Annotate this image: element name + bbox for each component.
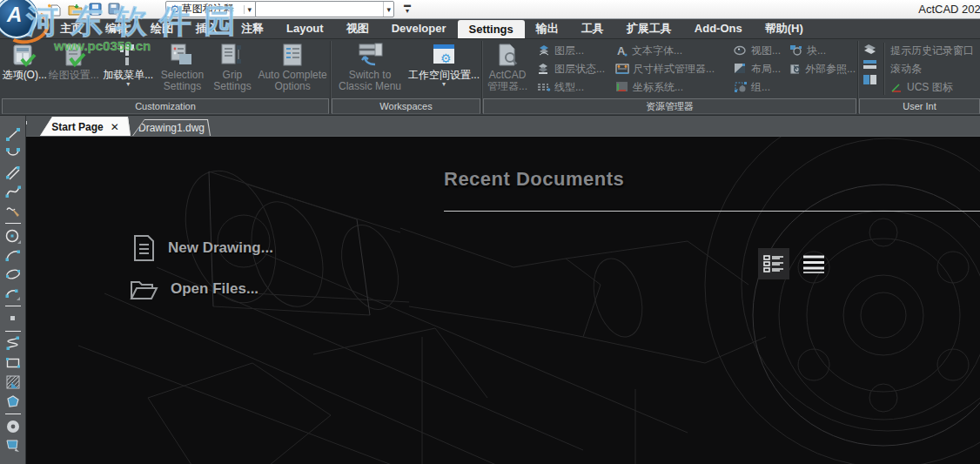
heading-rule	[444, 211, 980, 212]
doc-tab-start-page[interactable]: Start Page ✕	[40, 116, 131, 136]
panel-icon[interactable]	[863, 74, 877, 85]
ribbon-item-coordinate-system[interactable]: 坐标系统...	[615, 78, 728, 96]
grip-settings-icon	[218, 41, 246, 69]
ribbon-group-user-interface: 提示历史记录窗口 滚动条 UCS 图标 User Int	[859, 39, 980, 115]
ribbon-item-ucs-icon[interactable]: UCS 图标	[890, 78, 980, 96]
chevron-down-icon: ▾	[442, 82, 446, 87]
document-icon	[132, 234, 156, 262]
tab-layout[interactable]: Layout	[275, 22, 335, 35]
command-combobox[interactable]: ▾	[255, 1, 394, 17]
detail-view-button[interactable]	[758, 248, 789, 279]
save-as-icon[interactable]	[107, 2, 123, 17]
tool-ellipse[interactable]	[2, 265, 24, 284]
ribbon-item-views[interactable]: 视图...	[734, 42, 788, 59]
open-files-action[interactable]: Open Files...	[130, 278, 258, 300]
switch-to-classic-menu-button[interactable]: Switch to Classic Menu	[332, 39, 408, 92]
region-icon	[4, 393, 22, 410]
doc-tab-drawing1[interactable]: Drawing1.dwg	[132, 118, 211, 136]
svg-text:⚙: ⚙	[440, 51, 452, 65]
ribbon-group-explorers: ActCAD 管理器... 图层... 图层状态... 线型... A 文本字体…	[483, 39, 856, 115]
close-icon[interactable]: ✕	[111, 121, 119, 133]
tab-express-tools[interactable]: 扩展工具	[615, 21, 683, 37]
tool-region[interactable]	[2, 392, 24, 411]
toolbar-separator	[5, 306, 21, 306]
chevron-down-icon[interactable]: ▾	[244, 5, 254, 14]
options-button[interactable]: 选项(O)...	[2, 39, 48, 81]
ribbon-item-blocks[interactable]: 块...	[789, 42, 856, 59]
ribbon-item-prompt-history-window[interactable]: 提示历史记录窗口	[890, 42, 980, 59]
wipeout-icon	[4, 437, 22, 454]
open-icon[interactable]	[67, 2, 83, 17]
ribbon-item-scrollbars[interactable]: 滚动条	[890, 60, 980, 77]
load-menu-button[interactable]: 加载菜单... ▾	[100, 39, 156, 87]
auto-complete-options-icon	[279, 41, 306, 69]
scrollbars-toggle-icon[interactable]	[863, 59, 877, 71]
tool-rectangle[interactable]	[2, 353, 24, 373]
customize-quick-access-button[interactable]: ▬▾	[401, 2, 413, 16]
tool-point[interactable]	[2, 309, 24, 328]
doc-tab-label: Drawing1.dwg	[138, 122, 205, 134]
tab-insert[interactable]: 插入	[185, 21, 230, 37]
tool-polyline[interactable]	[2, 144, 24, 163]
ribbon-item-layers[interactable]: 图层...	[537, 42, 614, 59]
app-logo[interactable]: A	[0, 0, 37, 38]
dimension-style-icon	[615, 63, 629, 75]
tool-line[interactable]	[2, 124, 24, 144]
tool-circle[interactable]	[2, 226, 24, 245]
tab-edit[interactable]: 编辑	[94, 21, 139, 37]
ribbon-item-text-style[interactable]: A 文本字体...	[615, 42, 728, 59]
tool-helix[interactable]	[2, 334, 24, 353]
actcad-manager-button[interactable]: ActCAD 管理器...	[483, 39, 532, 92]
tool-wipeout[interactable]	[2, 436, 24, 455]
list-view-button[interactable]	[798, 248, 829, 279]
tool-ellipse-arc[interactable]	[2, 284, 24, 303]
ribbon-item-layer-states[interactable]: 图层状态...	[537, 60, 614, 77]
draw-settings-icon	[60, 41, 88, 69]
tool-multiline[interactable]	[2, 163, 24, 182]
blocks-icon	[789, 44, 803, 57]
options-icon	[10, 41, 38, 69]
selection-settings-button[interactable]: Selection Settings	[156, 39, 208, 92]
new-drawing-action[interactable]: New Drawing...	[132, 234, 273, 262]
doc-tab-label: Start Page	[51, 121, 103, 133]
ribbon-item-dimension-style-manager[interactable]: 尺寸样式管理器...	[615, 60, 728, 77]
text-window-icon[interactable]	[863, 43, 877, 56]
tab-home[interactable]: 主页	[49, 21, 94, 37]
ribbon-item-groups[interactable]: 组...	[734, 78, 788, 96]
workspace-selector[interactable]: ⚙ 草图和注释 ▾	[165, 1, 257, 17]
layers-icon	[537, 44, 551, 57]
ribbon-item-linetype[interactable]: 线型...	[537, 78, 614, 96]
tool-donut[interactable]	[2, 417, 24, 436]
ribbon-group-customization: 选项(O)... 绘图设置... 加载菜单... ▾ Selection Se	[2, 39, 329, 115]
tool-freehand[interactable]	[2, 201, 24, 220]
draw-settings-button[interactable]: 绘图设置...	[48, 39, 100, 81]
ribbon-item-external-references[interactable]: 外部参照...	[789, 60, 856, 77]
tab-annotate[interactable]: 注释	[230, 21, 275, 37]
new-drawing-icon[interactable]	[47, 2, 63, 17]
save-icon[interactable]	[87, 2, 103, 17]
tab-addons[interactable]: Add-Ons	[683, 22, 754, 35]
tool-arc[interactable]	[2, 245, 24, 265]
tool-hatch[interactable]	[2, 373, 24, 392]
workspace-settings-button[interactable]: ⚙ 工作空间设置... ▾	[408, 39, 480, 87]
tab-settings[interactable]: Settings	[458, 20, 525, 38]
ellipse-arc-icon	[4, 285, 22, 302]
grip-settings-button[interactable]: Grip Settings	[209, 39, 257, 92]
tab-view[interactable]: 视图	[335, 21, 380, 37]
layer-states-icon	[537, 63, 551, 75]
tab-output[interactable]: 输出	[525, 21, 570, 37]
workspace-settings-icon: ⚙	[430, 41, 458, 69]
multiline-icon	[4, 164, 22, 181]
layouts-icon	[734, 63, 748, 75]
tool-spline[interactable]	[2, 182, 24, 201]
tab-draw[interactable]: 绘图	[139, 21, 185, 37]
tab-developer[interactable]: Developer	[380, 22, 458, 35]
ribbon-item-layouts[interactable]: 布局...	[734, 60, 788, 77]
tab-help[interactable]: 帮助(H)	[754, 21, 815, 37]
chevron-down-icon[interactable]: ▾	[383, 2, 393, 17]
tab-tools[interactable]: 工具	[570, 21, 615, 37]
folder-open-icon	[130, 278, 158, 300]
hatch-icon	[4, 373, 22, 391]
auto-complete-options-button[interactable]: Auto Complete Options	[256, 39, 329, 92]
group-caption-explorers: 资源管理器	[483, 98, 856, 114]
